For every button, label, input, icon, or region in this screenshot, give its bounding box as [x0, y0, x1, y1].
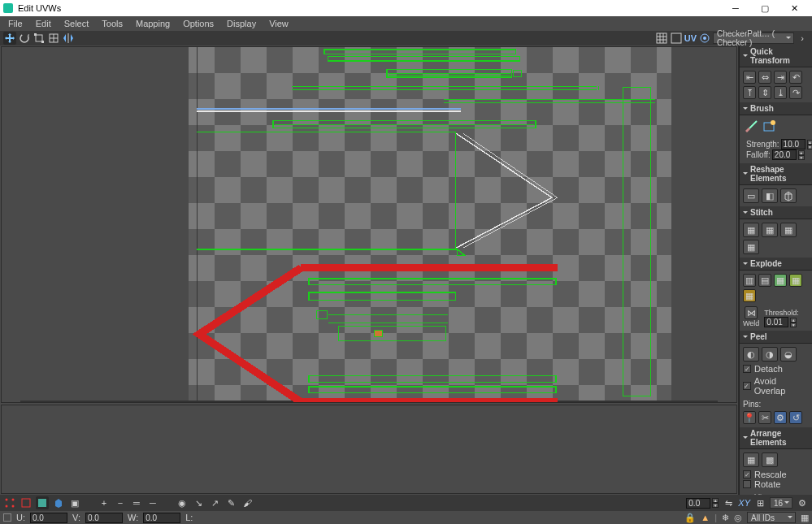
quick-peel-icon[interactable]: ◐ — [743, 347, 759, 362]
menu-view[interactable]: View — [264, 18, 293, 29]
brush-strength-input[interactable]: 10.0 — [781, 139, 805, 149]
menu-tools[interactable]: Tools — [97, 18, 128, 29]
close-button[interactable]: ✕ — [779, 0, 809, 16]
align-center-h-icon[interactable]: ⇔ — [758, 71, 771, 84]
paint-select-icon[interactable]: ↘ — [192, 496, 205, 509]
stitch-source-icon[interactable]: ▦ — [743, 223, 759, 237]
peel-header[interactable]: Peel — [740, 331, 812, 344]
v-coord-input[interactable] — [85, 513, 123, 523]
polygon-mode-icon[interactable] — [36, 496, 49, 509]
weld-icon[interactable]: ⋈ — [745, 306, 758, 319]
straighten-icon[interactable]: ▭ — [743, 188, 759, 203]
minimize-button[interactable]: ─ — [721, 0, 750, 16]
arrange-header[interactable]: Arrange Elements — [740, 427, 812, 449]
stitch-target-icon[interactable]: ▦ — [762, 223, 778, 237]
pelt-icon[interactable]: ◒ — [780, 347, 797, 362]
point-to-point-icon[interactable]: ↗ — [208, 496, 221, 509]
map-channel-icon[interactable]: ▦ — [801, 513, 809, 523]
pack-custom-icon[interactable]: ▩ — [762, 453, 778, 467]
menu-edit[interactable]: Edit — [31, 18, 56, 29]
box-3d-icon[interactable] — [780, 188, 797, 203]
scale-tool-icon[interactable] — [33, 32, 46, 45]
expand-panel-icon[interactable]: › — [796, 32, 809, 45]
break-half-icon[interactable]: ▤ — [758, 274, 771, 287]
flatten-mat-icon[interactable]: ▦ — [743, 289, 756, 302]
stitch-avg-icon[interactable]: ▦ — [780, 223, 797, 237]
maximize-button[interactable]: ▢ — [750, 0, 779, 16]
pin-add-icon[interactable]: 📍 — [743, 411, 756, 424]
snow-icon[interactable]: ❄ — [722, 513, 729, 523]
light-icon[interactable]: ▲ — [701, 513, 710, 522]
shrink-selection-icon[interactable]: − — [114, 496, 127, 509]
element-mode-icon[interactable] — [52, 496, 65, 509]
pack-together-icon[interactable]: ▦ — [743, 453, 759, 467]
stitch-custom-icon[interactable]: ▦ — [743, 240, 759, 254]
break-icon[interactable]: ▥ — [743, 274, 756, 287]
status-toggle-icon[interactable] — [3, 513, 11, 522]
mirror-h-icon[interactable]: ⇋ — [722, 496, 735, 509]
grow-selection-icon[interactable]: + — [98, 496, 111, 509]
rotate-cw-icon[interactable]: ↷ — [789, 86, 802, 99]
u-coord-input[interactable] — [30, 513, 67, 523]
relax-brush-icon[interactable] — [762, 119, 778, 133]
options-icon[interactable] — [670, 32, 683, 45]
secondary-viewport[interactable] — [1, 405, 737, 494]
lock-icon[interactable]: 🔒 — [684, 513, 696, 523]
paint-brush-icon[interactable] — [743, 119, 759, 133]
falloff-down[interactable]: ▼ — [798, 155, 805, 160]
ring-selection-icon[interactable]: ═ — [130, 496, 143, 509]
move-tool-icon[interactable] — [3, 32, 16, 45]
relax-icon[interactable]: ◧ — [762, 188, 778, 203]
loop-selection-icon[interactable]: ─ — [146, 496, 159, 509]
rescale-checkbox[interactable]: ✓Rescale — [743, 470, 809, 479]
brush-falloff-input[interactable]: 20.0 — [772, 149, 797, 160]
rotate-checkbox[interactable]: Rotate — [743, 479, 809, 489]
rotate-ccw-icon[interactable]: ↶ — [789, 71, 802, 84]
soft-select-icon[interactable]: ◉ — [176, 496, 189, 509]
align-right-icon[interactable]: ⇥ — [774, 71, 787, 84]
w-coord-input[interactable] — [143, 513, 180, 523]
flatten-angle-icon[interactable]: ▦ — [789, 274, 802, 287]
edge-mode-icon[interactable] — [20, 496, 33, 509]
align-left-icon[interactable]: ⇤ — [743, 71, 756, 84]
pin-auto-icon[interactable]: ⚙ — [774, 411, 787, 424]
tile-count-dropdown[interactable]: 16 — [770, 497, 792, 509]
align-bottom-icon[interactable]: ⤓ — [774, 86, 787, 99]
menu-display[interactable]: Display — [222, 18, 261, 29]
spinner-value[interactable]: 0.0 — [686, 498, 710, 509]
menu-file[interactable]: File — [3, 18, 28, 29]
strength-down[interactable]: ▼ — [807, 145, 812, 149]
menu-select[interactable]: Select — [59, 18, 94, 29]
menu-options[interactable]: Options — [178, 18, 219, 29]
vertex-mode-icon[interactable] — [3, 496, 16, 509]
select-by-element-icon[interactable]: ▣ — [68, 496, 81, 509]
mirror-tool-icon[interactable] — [62, 32, 75, 45]
freeform-tool-icon[interactable] — [47, 32, 60, 45]
checker-pattern-dropdown[interactable]: CheckerPatt… ( Checker ) — [713, 32, 794, 44]
flatten-icon[interactable]: ▦ — [774, 274, 787, 287]
brush-header[interactable]: Brush — [740, 102, 812, 115]
brush-select-icon[interactable]: ✎ — [224, 496, 237, 509]
align-center-v-icon[interactable]: ⇕ — [758, 86, 771, 99]
axis-xy-label[interactable]: XY — [738, 498, 750, 508]
avoid-overlap-checkbox[interactable]: ✓Avoid Overlap — [743, 376, 809, 396]
rotate-tool-icon[interactable] — [18, 32, 31, 45]
ids-dropdown[interactable]: All IDs — [747, 512, 796, 523]
pin-remove-icon[interactable]: ✂ — [758, 411, 771, 424]
settings-icon[interactable]: ⚙ — [796, 496, 809, 509]
pin-reset-icon[interactable]: ↺ — [789, 411, 802, 424]
explode-header[interactable]: Explode — [740, 258, 812, 271]
menu-mapping[interactable]: Mapping — [131, 18, 175, 29]
peel-icon[interactable]: ◑ — [762, 347, 778, 362]
texture-icon[interactable] — [698, 32, 711, 45]
grid-display-icon[interactable] — [655, 32, 668, 45]
quick-transform-header[interactable]: Quick Transform — [740, 45, 812, 67]
detach-checkbox[interactable]: ✓Detach — [743, 364, 809, 374]
stitch-header[interactable]: Stitch — [740, 206, 812, 219]
tweak-icon[interactable]: 🖌 — [241, 496, 254, 509]
weld-threshold-input[interactable]: 0.01 — [764, 317, 788, 327]
uvw-options-icon[interactable]: ⊞ — [753, 496, 766, 509]
target-icon[interactable]: ◎ — [734, 513, 742, 523]
uv-viewport[interactable] — [1, 46, 737, 403]
reshape-header[interactable]: Reshape Elements — [740, 163, 812, 185]
